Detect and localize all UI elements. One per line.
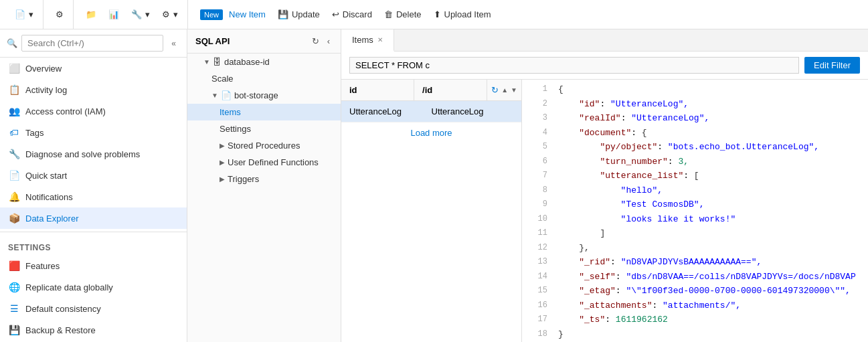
line-number: 10 xyxy=(527,213,547,225)
gear-button[interactable]: ⚙ ▾ xyxy=(157,7,183,22)
row-rid-cell: UtteranceLog xyxy=(432,106,514,116)
stored-procedures-label: Stored Procedures xyxy=(228,141,300,151)
chevron-right-icon: ▶ xyxy=(220,159,225,166)
container-label: bot-storage xyxy=(234,90,278,100)
discard-button[interactable]: ↩ Discard xyxy=(327,7,377,22)
sidebar-item-notifications[interactable]: 🔔 Notifications xyxy=(0,186,187,207)
update-label: Update xyxy=(292,9,320,19)
filter-input[interactable] xyxy=(349,57,799,74)
create-button[interactable]: 📄 ▾ xyxy=(9,7,39,22)
tab-close-icon[interactable]: ✕ xyxy=(377,36,383,44)
json-line: 3 "realId": "UtteranceLog", xyxy=(522,111,868,126)
toolbar: 📄 ▾ ⚙ 📁 📊 🔧 ▾ ⚙ ▾ New New Item 💾 Up xyxy=(0,0,868,29)
load-more-link[interactable]: Load more xyxy=(341,122,521,143)
col-id-header: id xyxy=(341,80,414,100)
settings-button[interactable]: ⚙ xyxy=(50,7,69,22)
json-content: "_self": "dbs/nD8VAA==/colls/nD8VAPJDYVs… xyxy=(558,270,863,284)
sidebar-item-label: Data Explorer xyxy=(25,213,179,224)
upload-item-button[interactable]: ⬆ Upload Item xyxy=(428,7,497,22)
delete-button[interactable]: 🗑 Delete xyxy=(379,7,427,22)
sidebar-item-label: Quick start xyxy=(25,171,179,181)
access-control-icon: 👥 xyxy=(8,106,20,116)
view-button3[interactable]: 🔧 ▾ xyxy=(126,7,155,22)
line-number: 8 xyxy=(527,184,547,196)
tree-item-container[interactable]: ▼ 📄 bot-storage xyxy=(187,87,341,104)
tree-panel: SQL API ↻ ‹ ▼ 🗄 database-id Scale ▼ 📄 bo… xyxy=(187,29,341,342)
sidebar-item-default-consistency[interactable]: ☰ Default consistency xyxy=(0,298,187,319)
json-content: "hello", xyxy=(558,184,863,197)
tab-items[interactable]: Items ✕ xyxy=(341,29,394,52)
sidebar-item-overview[interactable]: ⬜ Overview xyxy=(0,58,187,79)
sidebar-item-label: Tags xyxy=(25,128,179,138)
sidebar-item-diagnose[interactable]: 🔧 Diagnose and solve problems xyxy=(0,143,187,165)
tree-item-items[interactable]: Items xyxy=(187,104,341,120)
line-number: 17 xyxy=(527,313,547,325)
new-item-button[interactable]: New New Item xyxy=(195,7,271,23)
tree-collapse-button[interactable]: ‹ xyxy=(325,35,333,48)
sidebar-item-activity-log[interactable]: 📋 Activity log xyxy=(0,79,187,100)
sidebar-item-quick-start[interactable]: 📄 Quick start xyxy=(0,165,187,186)
sidebar-item-label: Replicate data globally xyxy=(25,282,179,292)
udf-label: User Defined Functions xyxy=(228,157,319,167)
search-input[interactable] xyxy=(21,35,163,52)
sidebar-item-label: Access control (IAM) xyxy=(25,106,179,116)
line-number: 18 xyxy=(527,328,547,340)
tree-item-settings[interactable]: Settings xyxy=(187,120,341,137)
json-line: 10 "looks like it works!" xyxy=(522,212,868,227)
view-button2[interactable]: 📊 xyxy=(103,7,124,22)
tree-item-database[interactable]: ▼ 🗄 database-id xyxy=(187,54,341,70)
line-number: 15 xyxy=(527,284,547,296)
scroll-up-button[interactable]: ▲ xyxy=(501,86,508,94)
json-line: 17 "_ts": 1611962162 xyxy=(522,313,868,327)
line-number: 4 xyxy=(527,126,547,139)
json-line: 8 "hello", xyxy=(522,183,868,198)
sidebar-item-label: Overview xyxy=(25,64,179,74)
discard-label: Discard xyxy=(343,9,372,19)
sidebar-item-tags[interactable]: 🏷 Tags xyxy=(0,122,187,143)
sidebar-item-replicate[interactable]: 🌐 Replicate data globally xyxy=(0,276,187,298)
sidebar-item-backup[interactable]: 💾 Backup & Restore xyxy=(0,319,187,341)
tree-item-scale[interactable]: Scale xyxy=(187,70,341,87)
view-button1[interactable]: 📁 xyxy=(80,7,102,22)
json-viewer[interactable]: 1{2 "id": "UtteranceLog",3 "realId": "Ut… xyxy=(522,80,868,342)
update-button[interactable]: 💾 Update xyxy=(272,7,325,22)
line-number: 13 xyxy=(527,256,547,268)
table-row[interactable]: UtteranceLog UtteranceLog xyxy=(341,101,521,122)
chevron-right-icon: ▶ xyxy=(220,142,225,149)
sidebar-item-access-control[interactable]: 👥 Access control (IAM) xyxy=(0,100,187,122)
consistency-icon: ☰ xyxy=(8,303,20,314)
json-line: 6 "turn_number": 3, xyxy=(522,155,868,169)
new-item-label: New Item xyxy=(229,9,266,19)
table-refresh-button[interactable]: ↻ xyxy=(491,85,499,95)
view-icon1: 📁 xyxy=(86,9,96,19)
json-line: 4 "document": { xyxy=(522,126,868,141)
sidebar-item-features[interactable]: 🟥 Features xyxy=(0,255,187,276)
scale-label: Scale xyxy=(211,74,234,84)
toolbar-group-actions: New New Item 💾 Update ↩ Discard 🗑 Delete… xyxy=(191,0,501,29)
tree-item-triggers[interactable]: ▶ Triggers xyxy=(187,171,341,187)
line-number: 5 xyxy=(527,141,547,153)
json-content: ] xyxy=(558,227,863,240)
features-icon: 🟥 xyxy=(8,260,20,271)
json-content: "py/object": "bots.echo_bot.UtteranceLog… xyxy=(558,141,863,154)
diagnose-icon: 🔧 xyxy=(8,149,20,159)
line-number: 14 xyxy=(527,270,547,282)
sidebar-item-data-explorer[interactable]: 📦 Data Explorer xyxy=(0,207,187,229)
items-label: Items xyxy=(220,107,241,117)
json-content: "realId": "UtteranceLog", xyxy=(558,112,863,125)
json-content: "looks like it works!" xyxy=(558,213,863,226)
discard-icon: ↩ xyxy=(332,9,339,19)
sidebar-item-label: Activity log xyxy=(25,85,179,95)
tree-item-stored-procedures[interactable]: ▶ Stored Procedures xyxy=(187,137,341,154)
collapse-button[interactable]: « xyxy=(167,36,180,51)
json-content: "_ts": 1611962162 xyxy=(558,313,863,327)
tree-item-udf[interactable]: ▶ User Defined Functions xyxy=(187,154,341,171)
tree-refresh-button[interactable]: ↻ xyxy=(309,35,322,48)
scroll-down-button[interactable]: ▼ xyxy=(511,86,517,94)
line-number: 7 xyxy=(527,169,547,181)
line-number: 16 xyxy=(527,299,547,311)
edit-filter-button[interactable]: Edit Filter xyxy=(804,57,860,74)
data-explorer-icon: 📦 xyxy=(8,213,20,224)
delete-icon: 🗑 xyxy=(384,9,393,19)
json-line: 13 "_rid": "nD8VAPJDYVsBAAAAAAAAAA==", xyxy=(522,255,868,270)
